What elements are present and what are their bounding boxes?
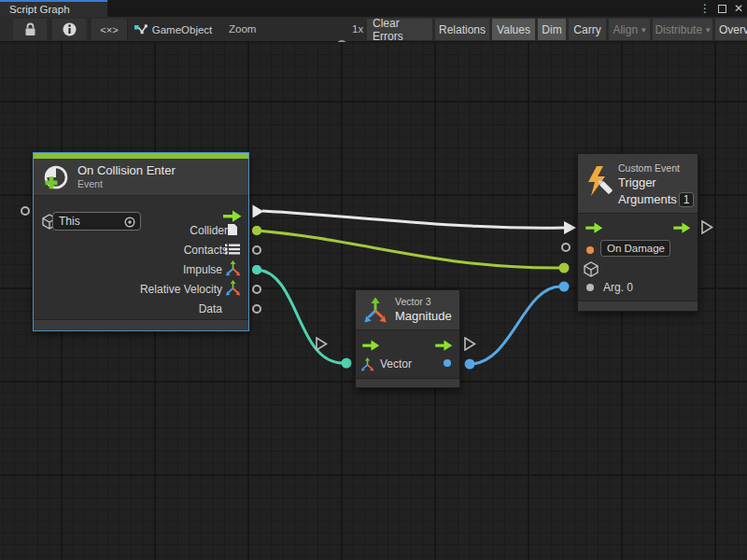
- node-custom-event-trigger[interactable]: Custom Event Trigger Arguments 1 On Dama…: [577, 153, 698, 312]
- graph-canvas[interactable]: On Collision Enter Event This: [0, 42, 747, 560]
- node-title: Trigger: [618, 175, 656, 189]
- graph-toolbar: <×> GameObject Zoom 1x Clear Errors Rela…: [0, 17, 747, 42]
- port-label-data: Data: [199, 302, 222, 315]
- magnitude-flow-out-port[interactable]: [464, 337, 476, 351]
- vector3-axes-icon: [225, 260, 241, 276]
- code-view-button[interactable]: <×>: [92, 19, 127, 40]
- flow-out-port-connected[interactable]: [252, 204, 264, 218]
- clear-errors-button[interactable]: Clear Errors: [367, 19, 432, 40]
- overview-button[interactable]: Overv: [715, 19, 747, 40]
- wire-impulse[interactable]: [252, 265, 352, 369]
- align-button[interactable]: Align ▾: [609, 19, 650, 40]
- impulse-out-port[interactable]: [252, 265, 261, 274]
- node-subtitle: Event: [78, 178, 103, 189]
- wire-flow[interactable]: [262, 211, 576, 234]
- custom-event-icon: [585, 165, 614, 201]
- this-input-port[interactable]: [21, 206, 30, 216]
- arguments-count-field[interactable]: 1: [679, 192, 694, 207]
- chevron-down-icon: ▾: [641, 25, 646, 35]
- event-icon: [42, 163, 70, 191]
- node-footer: [356, 378, 459, 387]
- relative-velocity-out-port[interactable]: [252, 285, 261, 294]
- zoom-label: Zoom: [229, 23, 256, 35]
- node-footer: [578, 301, 698, 311]
- flow-in-arrow-icon: [585, 222, 603, 233]
- lock-icon: [24, 22, 36, 36]
- lock-button[interactable]: [13, 19, 47, 40]
- object-picker-icon[interactable]: [124, 217, 135, 228]
- event-name-field[interactable]: On Damage: [600, 240, 670, 257]
- wire-magnitude[interactable]: [465, 282, 570, 370]
- vector3-axes-icon: [360, 357, 374, 371]
- breadcrumb[interactable]: GameObject: [128, 19, 218, 40]
- contacts-list-icon: [225, 244, 240, 255]
- event-name-in-port[interactable]: [561, 243, 571, 252]
- wire-collider[interactable]: [252, 226, 570, 273]
- tab-script-graph[interactable]: Script Graph: [0, 0, 107, 17]
- port-label-impulse: Impulse: [183, 263, 222, 276]
- info-button[interactable]: [52, 19, 86, 40]
- magnitude-flow-in-port[interactable]: [316, 337, 328, 351]
- titlebar: Script Graph ⋮ ✕: [0, 0, 747, 17]
- trigger-flow-out-port[interactable]: [701, 220, 713, 234]
- vector3-axes-icon: [362, 297, 388, 325]
- port-label-vector: Vector: [380, 357, 412, 371]
- flow-out-arrow-icon: [434, 340, 453, 351]
- node-title: Magnitude: [395, 309, 452, 323]
- node-vector3-magnitude[interactable]: Vector 3 Magnitude Vector: [355, 289, 460, 388]
- arguments-label: Arguments: [618, 192, 677, 206]
- script-graph-icon: [134, 23, 148, 36]
- collider-out-port[interactable]: [252, 226, 261, 235]
- values-button[interactable]: Values: [492, 19, 535, 40]
- node-supertitle: Custom Event: [618, 162, 680, 174]
- node-supertitle: Vector 3: [395, 296, 431, 307]
- zoom-value: 1x: [352, 23, 363, 35]
- close-icon[interactable]: ✕: [734, 0, 743, 17]
- kebab-menu-icon[interactable]: ⋮: [699, 0, 711, 17]
- collider-doc-icon: [227, 223, 238, 236]
- port-label-contacts: Contacts: [184, 244, 228, 257]
- float-output-port[interactable]: [444, 359, 451, 367]
- carry-button[interactable]: Carry: [569, 19, 606, 40]
- port-label-collider: Collider: [190, 224, 228, 237]
- event-name-port[interactable]: [586, 246, 594, 254]
- this-value-field[interactable]: This: [52, 212, 141, 231]
- gameobject-cube-icon: [584, 261, 599, 277]
- code-icon: <×>: [100, 24, 118, 35]
- port-label-arg0: Arg. 0: [603, 281, 633, 294]
- distribute-button[interactable]: Distribute ▾: [653, 19, 712, 40]
- node-on-collision-enter[interactable]: On Collision Enter Event This: [33, 152, 249, 331]
- flow-out-arrow-icon: [222, 210, 242, 222]
- contacts-out-port[interactable]: [252, 245, 261, 255]
- breadcrumb-label: GameObject: [152, 24, 213, 35]
- arg0-port[interactable]: [586, 284, 594, 291]
- node-footer: [34, 319, 248, 330]
- unity-script-graph-window: Script Graph ⋮ ✕ <×>: [0, 0, 747, 560]
- vector3-axes-icon: [225, 280, 241, 296]
- relations-button[interactable]: Relations: [435, 19, 489, 40]
- data-out-port[interactable]: [252, 304, 261, 314]
- flow-in-arrow-icon: [361, 340, 380, 351]
- info-icon: [63, 22, 77, 36]
- flow-out-arrow-icon: [672, 222, 691, 233]
- chevron-down-icon: ▾: [706, 25, 711, 35]
- maximize-icon[interactable]: [718, 5, 726, 13]
- node-title: On Collision Enter: [78, 163, 176, 177]
- port-label-relative-velocity: Relative Velocity: [140, 283, 222, 296]
- dim-button[interactable]: Dim: [538, 19, 566, 40]
